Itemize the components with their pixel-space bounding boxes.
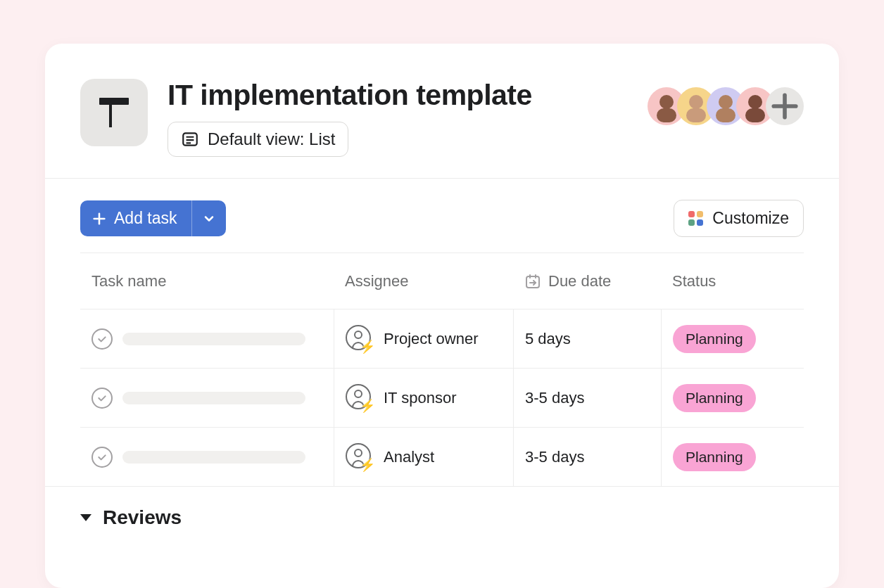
plus-icon [91, 211, 107, 226]
status-cell[interactable]: Planning [661, 369, 804, 427]
table-header-row: Task name Assignee Due date Status [80, 253, 804, 309]
assignee-label: Project owner [384, 330, 479, 348]
check-icon [96, 392, 108, 404]
col-assignee[interactable]: Assignee [334, 253, 513, 309]
complete-toggle[interactable] [91, 447, 113, 468]
assignee-cell[interactable]: ⚡ Analyst [334, 428, 513, 486]
col-due-date-label: Due date [548, 272, 611, 290]
add-task-dropdown[interactable] [191, 200, 226, 236]
status-badge: Planning [673, 384, 756, 412]
svg-rect-9 [686, 108, 706, 122]
customize-button[interactable]: Customize [674, 200, 804, 237]
caret-down-icon [80, 514, 91, 521]
add-task-group: Add task [80, 200, 226, 236]
members [648, 87, 804, 125]
svg-point-8 [689, 95, 703, 109]
assignee-label: Analyst [384, 448, 434, 466]
complete-toggle[interactable] [91, 328, 113, 350]
add-task-label: Add task [114, 209, 177, 228]
svg-point-14 [748, 95, 762, 109]
task-name-cell[interactable] [80, 369, 334, 427]
task-title-placeholder [122, 451, 305, 464]
check-icon [96, 333, 108, 345]
add-task-button[interactable]: Add task [80, 200, 191, 236]
app-card: IT implementation template Default view:… [45, 44, 839, 588]
section-title: Reviews [103, 506, 182, 529]
due-date-cell[interactable]: 3-5 days [513, 369, 661, 427]
check-icon [96, 452, 108, 463]
due-date-value: 3-5 days [525, 448, 584, 466]
due-date-cell[interactable]: 3-5 days [513, 428, 661, 486]
header-main: IT implementation template Default view:… [168, 79, 648, 157]
status-badge: Planning [673, 325, 756, 353]
calendar-arrow-icon [524, 273, 541, 290]
table-row[interactable]: ⚡ Analyst 3-5 days Planning [80, 427, 804, 486]
col-status[interactable]: Status [661, 253, 804, 309]
status-cell[interactable]: Planning [661, 428, 804, 486]
page-title: IT implementation template [168, 79, 648, 112]
task-title-placeholder [122, 392, 305, 404]
svg-rect-6 [657, 108, 676, 122]
header: IT implementation template Default view:… [45, 44, 839, 179]
plus-icon [766, 87, 804, 125]
task-name-cell[interactable] [80, 428, 334, 486]
template-icon [80, 79, 148, 146]
svg-point-5 [659, 95, 674, 109]
status-badge: Planning [673, 443, 756, 471]
task-title-placeholder [122, 333, 305, 345]
assignee-role-icon: ⚡ [346, 384, 374, 412]
status-cell[interactable]: Planning [661, 309, 804, 368]
col-due-date[interactable]: Due date [513, 253, 661, 309]
table-row[interactable]: ⚡ IT sponsor 3-5 days Planning [80, 368, 804, 427]
assignee-cell[interactable]: ⚡ Project owner [334, 309, 513, 368]
section-header[interactable]: Reviews [45, 486, 839, 536]
assignee-cell[interactable]: ⚡ IT sponsor [334, 369, 513, 427]
svg-rect-12 [716, 108, 735, 122]
customize-icon [688, 211, 704, 226]
svg-rect-15 [745, 108, 765, 122]
add-member-button[interactable] [766, 87, 804, 125]
assignee-role-icon: ⚡ [346, 443, 374, 471]
view-label: Default view: List [208, 129, 335, 149]
toolbar: Add task Customize [45, 179, 839, 253]
task-name-cell[interactable] [80, 309, 334, 368]
customize-label: Customize [712, 209, 789, 228]
due-date-cell[interactable]: 5 days [513, 309, 661, 368]
svg-point-11 [719, 95, 733, 109]
assignee-label: IT sponsor [384, 389, 457, 407]
table-row[interactable]: ⚡ Project owner 5 days Planning [80, 309, 804, 368]
col-task-name[interactable]: Task name [80, 253, 334, 309]
default-view-chip[interactable]: Default view: List [168, 122, 348, 157]
chevron-down-icon [202, 212, 216, 226]
due-date-value: 5 days [525, 330, 571, 348]
due-date-value: 3-5 days [525, 389, 584, 407]
complete-toggle[interactable] [91, 388, 113, 409]
task-table: Task name Assignee Due date Status [45, 253, 839, 486]
list-icon [181, 130, 199, 148]
assignee-role-icon: ⚡ [346, 325, 374, 353]
